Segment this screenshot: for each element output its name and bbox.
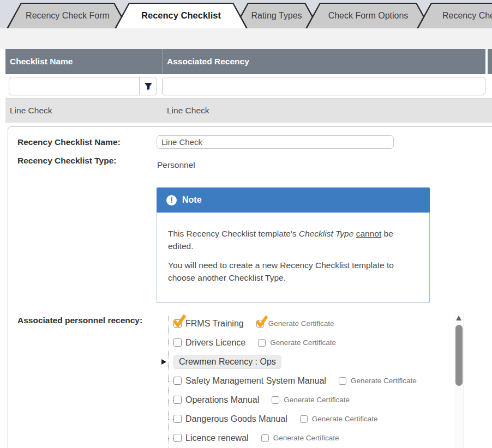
tree-item-row: FRMS TrainingGenerate Certificate [159,314,451,333]
tab-label: Rating Types [251,11,302,21]
table-edge-sliver [488,49,492,74]
associated-personnel-recency-label: Associated personnel recency: [17,316,142,325]
tab-label: Recency Checklist [141,10,221,21]
tab-check-form-options[interactable]: Check Form Options [305,3,431,28]
certificate-label: Generate Certificate [268,319,334,328]
grid-header-row: Checklist Name Associated Recency [5,49,492,74]
note-body: This Recency Checklist template's Checkl… [157,213,430,303]
tree-item-row: Dangerous Goods ManualGenerate Certifica… [159,409,451,428]
item-label: FRMS Training [185,319,244,329]
checklist-name-filter-input[interactable] [9,77,139,95]
recency-checklist-type-label: Recency Checklist Type: [17,156,116,166]
item-label: Drivers Licence [185,338,245,348]
item-label: Licence renewal [185,433,249,443]
recency-checklist-name-input[interactable] [157,135,394,149]
associated-recency-filter-input[interactable] [163,77,485,95]
cell-checklist-name[interactable]: Line Check [5,106,162,116]
item-checkbox[interactable] [173,338,182,347]
item-checkbox[interactable] [173,319,182,328]
orange-check-icon [255,314,268,328]
triangle-right-icon[interactable] [161,359,166,365]
note-line-1: This Recency Checklist template's Checkl… [168,228,418,253]
note-header: ! Note [157,187,430,213]
certificate-label: Generate Certificate [270,338,336,347]
tree-item-row: Drivers LicenceGenerate Certificate [159,333,451,352]
checklist-grid: Checklist Name Associated Recency [5,49,492,123]
column-header-checklist-name[interactable]: Checklist Name [5,49,162,74]
checklist-name-filter [9,77,157,95]
tab-recency-checklist[interactable]: Recency Checklist [115,3,248,28]
item-label: Operations Manual [185,395,259,405]
scrollbar-thumb[interactable] [455,325,463,386]
tab-label: Check Form Options [328,11,409,21]
item-label: Dangerous Goods Manual [185,414,287,424]
tabbar-lower-strip [0,28,492,49]
tab-label: Recency Check Form [26,11,110,21]
tree-item-row: Operations ManualGenerate Certificate [159,390,451,409]
item-label: Safety Management System Manual [185,376,326,386]
tab-recency-check-form[interactable]: Recency Check Form [7,3,129,28]
filter-button[interactable] [139,77,157,95]
grid-filter-row [5,74,492,99]
certificate-label: Generate Certificate [284,396,350,404]
detail-panel: Recency Checklist Name: Recency Checklis… [8,126,492,448]
note-title: Note [182,195,202,205]
item-checkbox[interactable] [173,415,182,423]
tab-label: Recency Che [442,11,492,21]
certificate-label: Generate Certificate [273,434,339,442]
note-panel: ! Note This Recency Checklist template's… [157,187,430,303]
column-header-associated-recency[interactable]: Associated Recency [163,49,485,74]
certificate-checkbox[interactable] [258,339,266,347]
tree-item-row: Safety Management System ManualGenerate … [159,371,451,390]
certificate-checkbox[interactable] [339,377,346,385]
triangle-up-icon[interactable] [456,316,461,320]
tree-item-row: Licence renewalGenerate Certificate [159,428,451,447]
tab-row: Recency Check FormRecency ChecklistRatin… [7,3,492,28]
item-checkbox[interactable] [173,396,182,404]
item-checkbox[interactable] [173,434,182,442]
exclamation-circle-icon: ! [166,195,177,205]
tree-scrollbar[interactable] [454,314,464,448]
certificate-checkbox[interactable] [272,396,279,404]
recency-tree: FRMS TrainingGenerate CertificateDrivers… [159,314,451,447]
associated-recency-filter [162,77,485,95]
orange-check-icon [172,313,187,328]
recency-checklist-type-value: Personnel [157,160,195,170]
tree-group-label[interactable]: Crewmen Recency : Ops [173,355,281,369]
funnel-icon [144,82,152,90]
item-checkbox[interactable] [173,377,182,385]
note-line-2: You will need to create a new Recency Ch… [168,259,418,284]
tab-recency-che[interactable]: Recency Che [417,3,492,28]
tab-bar: Recency Check FormRecency ChecklistRatin… [0,0,492,28]
recency-checklist-name-label: Recency Checklist Name: [17,137,121,147]
cell-associated-recency[interactable]: Line Check [163,106,485,116]
certificate-checkbox[interactable] [256,320,264,328]
tree-group-row: Crewmen Recency : Ops [159,352,451,371]
grid-data-row[interactable]: Line Check Line Check [5,99,492,123]
certificate-checkbox[interactable] [261,434,269,442]
certificate-label: Generate Certificate [312,415,378,423]
certificate-label: Generate Certificate [351,377,417,385]
recency-checklist-screen: Recency Check FormRecency ChecklistRatin… [0,0,492,448]
certificate-checkbox[interactable] [300,415,308,423]
